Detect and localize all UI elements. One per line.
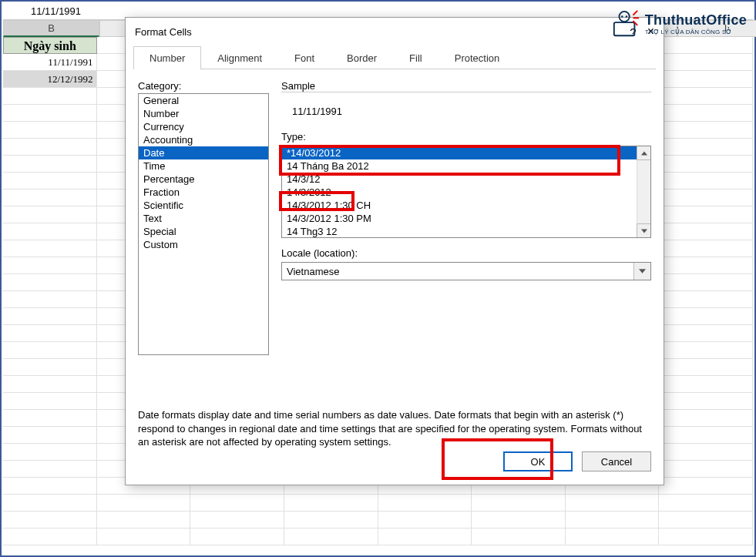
- cell[interactable]: [3, 291, 97, 308]
- cell[interactable]: [472, 528, 566, 545]
- cell[interactable]: [566, 495, 660, 512]
- cell[interactable]: [3, 410, 97, 427]
- cell[interactable]: [659, 291, 753, 308]
- ok-button[interactable]: OK: [503, 451, 573, 471]
- cell[interactable]: [659, 173, 753, 190]
- scroll-up-icon[interactable]: [637, 146, 650, 160]
- column-header-B[interactable]: B: [3, 20, 99, 37]
- cell[interactable]: [3, 173, 97, 190]
- tab-border[interactable]: Border: [331, 46, 393, 69]
- cell[interactable]: [566, 512, 660, 528]
- cell[interactable]: [284, 528, 378, 545]
- category-item[interactable]: Scientific: [139, 199, 268, 212]
- cell[interactable]: [3, 444, 97, 461]
- cell[interactable]: [659, 444, 753, 461]
- cell[interactable]: [190, 495, 284, 512]
- cell[interactable]: [3, 325, 97, 342]
- cell[interactable]: [3, 223, 97, 240]
- cell[interactable]: [3, 257, 97, 274]
- cell[interactable]: [3, 122, 97, 139]
- cell[interactable]: [659, 308, 753, 325]
- category-list[interactable]: GeneralNumberCurrencyAccountingDateTimeP…: [138, 93, 269, 355]
- cell[interactable]: 11/11/1991: [3, 54, 97, 71]
- cell[interactable]: [3, 528, 97, 545]
- cell[interactable]: [659, 342, 753, 359]
- cell[interactable]: [659, 88, 753, 105]
- cell[interactable]: [659, 122, 753, 139]
- cell[interactable]: [3, 308, 97, 325]
- category-item[interactable]: Time: [139, 159, 268, 173]
- tab-number[interactable]: Number: [133, 46, 201, 69]
- type-list[interactable]: *14/03/201214 Tháng Ba 201214/3/1214/3/2…: [281, 146, 651, 238]
- tab-alignment[interactable]: Alignment: [201, 46, 278, 69]
- cancel-button[interactable]: Cancel: [582, 451, 651, 471]
- cell[interactable]: [659, 105, 753, 122]
- cell[interactable]: [378, 512, 472, 528]
- cell[interactable]: [3, 156, 97, 173]
- cell[interactable]: [659, 528, 753, 545]
- cell[interactable]: [659, 393, 753, 410]
- type-item[interactable]: 14 Thg3 12: [282, 225, 637, 237]
- cell[interactable]: [659, 71, 753, 88]
- tab-font[interactable]: Font: [278, 46, 331, 69]
- type-item[interactable]: 14/3/12: [282, 173, 637, 186]
- cell[interactable]: [472, 512, 566, 528]
- cell[interactable]: [3, 206, 97, 223]
- category-item[interactable]: Text: [139, 212, 268, 225]
- cell[interactable]: [284, 512, 378, 528]
- cell[interactable]: [3, 274, 97, 291]
- cell[interactable]: [3, 88, 97, 105]
- cell[interactable]: [97, 512, 191, 528]
- cell[interactable]: [3, 427, 97, 444]
- type-item[interactable]: 14/3/2012 1:30 CH: [282, 199, 637, 212]
- cell[interactable]: [659, 274, 753, 291]
- cell[interactable]: [659, 223, 753, 240]
- category-item[interactable]: General: [139, 94, 268, 107]
- cell[interactable]: [378, 495, 472, 512]
- cell[interactable]: [3, 393, 97, 410]
- locale-select[interactable]: Vietnamese: [281, 262, 651, 280]
- cell[interactable]: [3, 359, 97, 376]
- cell[interactable]: [659, 206, 753, 223]
- cell[interactable]: [3, 139, 97, 156]
- cell[interactable]: [659, 325, 753, 342]
- type-item[interactable]: 14/3/2012 1:30 PM: [282, 212, 637, 225]
- cell[interactable]: [659, 478, 753, 495]
- cell[interactable]: [190, 528, 284, 545]
- category-item[interactable]: Accounting: [139, 133, 268, 146]
- category-item[interactable]: Number: [139, 107, 268, 120]
- cell[interactable]: [659, 427, 753, 444]
- cell[interactable]: [659, 461, 753, 478]
- type-item[interactable]: 14/3/2012: [282, 186, 637, 199]
- cell[interactable]: [378, 528, 472, 545]
- type-item[interactable]: 14 Tháng Ba 2012: [282, 159, 637, 173]
- cell[interactable]: [190, 512, 284, 528]
- category-item[interactable]: Percentage: [139, 173, 268, 186]
- chevron-down-icon[interactable]: [633, 263, 650, 280]
- category-item[interactable]: Currency: [139, 120, 268, 133]
- cell[interactable]: [659, 512, 753, 528]
- category-item[interactable]: Custom: [139, 238, 268, 251]
- cell[interactable]: [3, 190, 97, 206]
- cell[interactable]: [3, 495, 97, 512]
- cell[interactable]: [659, 495, 753, 512]
- cell[interactable]: [659, 376, 753, 393]
- dialog-titlebar[interactable]: Format Cells ? ×: [126, 18, 664, 45]
- category-item[interactable]: Fraction: [139, 186, 268, 199]
- cell[interactable]: [659, 410, 753, 427]
- cell[interactable]: [97, 495, 191, 512]
- tab-protection[interactable]: Protection: [438, 46, 516, 69]
- cell[interactable]: [659, 359, 753, 376]
- cell[interactable]: Ngày sinh: [3, 37, 97, 54]
- cell[interactable]: [659, 257, 753, 274]
- scrollbar-track[interactable]: [637, 160, 650, 223]
- tab-fill[interactable]: Fill: [393, 46, 438, 69]
- cell[interactable]: [3, 376, 97, 393]
- category-item[interactable]: Special: [139, 225, 268, 238]
- cell[interactable]: [3, 512, 97, 528]
- cell[interactable]: [566, 528, 660, 545]
- cell[interactable]: [659, 190, 753, 206]
- cell[interactable]: [3, 342, 97, 359]
- cell[interactable]: [97, 528, 191, 545]
- cell[interactable]: [3, 105, 97, 122]
